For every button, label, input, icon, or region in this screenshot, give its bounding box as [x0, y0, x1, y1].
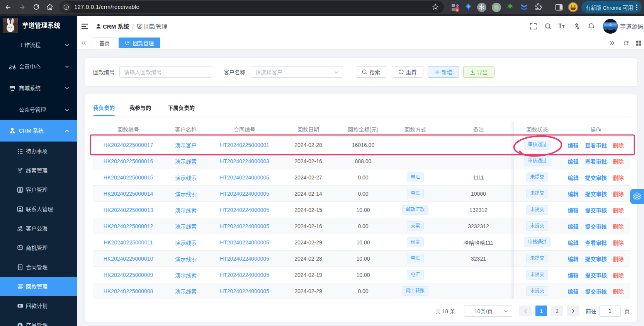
- svg-text:P: P: [19, 324, 21, 326]
- svg-text:文: 文: [609, 23, 612, 26]
- svg-text:6: 6: [456, 8, 458, 12]
- svg-text:A: A: [577, 26, 579, 29]
- svg-text:1: 1: [20, 305, 21, 307]
